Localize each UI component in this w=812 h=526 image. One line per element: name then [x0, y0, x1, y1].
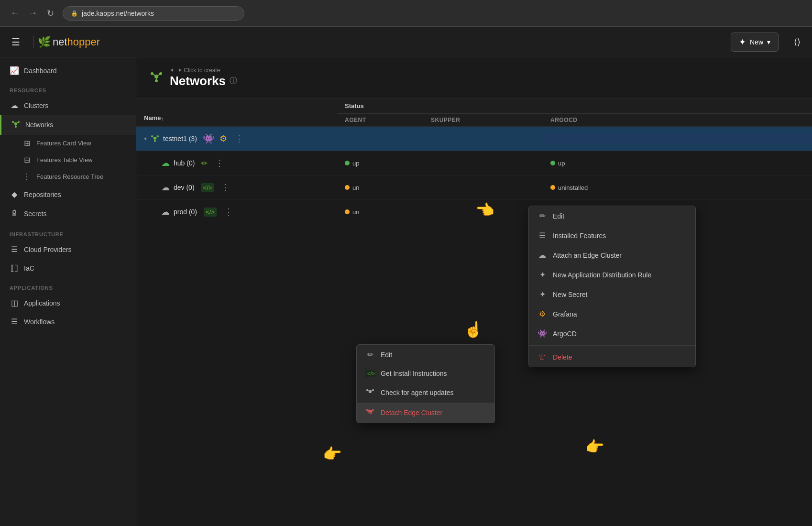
grafana-icon: ⚙: [538, 309, 547, 318]
hub-argocd-status: up: [543, 155, 812, 172]
sidebar-item-iac[interactable]: ⟦⟧ IaC: [0, 259, 136, 277]
menu-item-attach-cluster[interactable]: ☁ Attach an Edge Cluster: [529, 245, 695, 265]
col-header-agent: Agent: [337, 114, 423, 126]
prod-menu-trigger[interactable]: ⋮: [220, 205, 237, 219]
dev-argocd-dot: [550, 185, 555, 190]
workflows-icon: ☰: [10, 317, 19, 326]
info-icon[interactable]: ⓘ: [230, 76, 237, 86]
table-row[interactable]: ▾ testnet1 (3) 👾: [136, 127, 812, 151]
hub-argocd-text: up: [558, 160, 565, 167]
testnet1-error-icon: 👾: [203, 133, 215, 144]
table-header: Name ↑ Status Agent Skupper ArgoCD: [136, 99, 812, 127]
sidebar-item-features-card[interactable]: ⊞ Features Card View: [0, 135, 136, 152]
sidebar-section-resources: RESOURCES: [0, 80, 136, 96]
delete-icon: 🗑: [538, 353, 547, 362]
menu-item-delete[interactable]: 🗑 Delete: [529, 348, 695, 367]
new-star-icon: ✦: [739, 37, 746, 47]
share-button[interactable]: ⟨⟩: [790, 33, 804, 51]
menu-item-agent-updates[interactable]: Check for agent updates: [357, 383, 494, 403]
sidebar-item-repositories[interactable]: ◆ Repositories: [0, 185, 136, 204]
back-button[interactable]: ←: [8, 6, 22, 20]
sidebar-dashboard-label: Dashboard: [24, 67, 57, 75]
menu-item-edit-left[interactable]: ✏ Edit: [357, 345, 494, 364]
new-app-dist-label: New Application Distribution Rule: [553, 271, 651, 279]
menu-item-install[interactable]: </> Get Install Instructions: [357, 364, 494, 383]
table-row[interactable]: ☁ hub (0) ✏ ⋮ up up: [136, 151, 812, 175]
new-button[interactable]: ✦ New ▾: [731, 33, 779, 52]
dev-skupper-status: [423, 179, 543, 196]
testnet1-network-icon: [151, 134, 159, 144]
menu-item-detach[interactable]: Detach Edge Cluster: [357, 403, 494, 423]
edit-left-icon: ✏: [365, 350, 375, 359]
edit-right-label: Edit: [553, 212, 564, 220]
sidebar-iac-label: IaC: [24, 264, 34, 272]
dev-argocd-status: uninstalled: [543, 179, 812, 196]
grafana-label: Grafana: [553, 310, 577, 318]
dev-code-icon[interactable]: </>: [201, 183, 214, 192]
hub-agent-dot: [345, 161, 350, 165]
sidebar-item-workflows[interactable]: ☰ Workflows: [0, 312, 136, 331]
menu-item-new-secret[interactable]: ✦ New Secret: [529, 285, 695, 304]
sidebar-applications-label: Applications: [24, 299, 60, 307]
sidebar-item-cloud-providers[interactable]: ☰ Cloud Providers: [0, 240, 136, 259]
prod-code-icon[interactable]: </>: [204, 208, 217, 217]
new-button-label: New: [750, 38, 763, 46]
hamburger-menu-button[interactable]: ☰: [8, 33, 24, 52]
dev-agent-dot: [345, 185, 350, 190]
row-name-dev: ☁ dev (0) </> ⋮: [136, 175, 337, 199]
sidebar-item-applications[interactable]: ◫ Applications: [0, 294, 136, 312]
features-card-icon: ⊞: [22, 139, 32, 148]
table-row[interactable]: ☁ dev (0) </> ⋮ un uninstalled: [136, 175, 812, 200]
logo-hopper: hopper: [67, 36, 100, 48]
edit-right-icon: ✏: [538, 211, 547, 220]
sidebar-item-secrets[interactable]: Secrets: [0, 204, 136, 224]
menu-item-installed-features[interactable]: ☰ Installed Features: [529, 226, 695, 245]
cursor-hand-3: 👉: [323, 445, 342, 463]
hub-menu-trigger[interactable]: ⋮: [211, 156, 228, 170]
features-table-icon: ⊟: [22, 155, 32, 164]
page-header-text: ✦ ✦ Click to create Networks ⓘ: [170, 67, 237, 88]
dev-menu-trigger[interactable]: ⋮: [218, 180, 234, 195]
menu-item-argocd[interactable]: 👾 ArgoCD: [529, 324, 695, 343]
prod-skupper-status: [423, 204, 543, 220]
edit-left-label: Edit: [381, 351, 392, 359]
refresh-button[interactable]: ↻: [44, 6, 57, 21]
new-app-dist-icon: ✦: [538, 270, 547, 279]
expand-arrow-icon[interactable]: ▾: [144, 135, 147, 142]
menu-item-new-app-dist[interactable]: ✦ New Application Distribution Rule: [529, 265, 695, 285]
table-row[interactable]: ☁ prod (0) </> ⋮ un uninstalled: [136, 200, 812, 224]
sidebar-features-tree-label: Features Resource Tree: [36, 173, 103, 180]
sidebar-item-dashboard[interactable]: 📈 Dashboard: [0, 61, 136, 80]
attach-cluster-icon: ☁: [538, 251, 547, 260]
install-label: Get Install Instructions: [381, 370, 447, 377]
testnet1-argocd-status: [543, 134, 812, 143]
sort-arrow-icon[interactable]: ↑: [161, 116, 164, 121]
argocd-label: ArgoCD: [553, 330, 577, 338]
prod-name: prod (0): [174, 208, 197, 216]
menu-divider: [529, 345, 695, 346]
logo-text: nethopper: [53, 36, 100, 48]
iac-icon: ⟦⟧: [10, 263, 19, 273]
hub-status: up up: [337, 155, 812, 172]
menu-item-grafana[interactable]: ⚙ Grafana: [529, 304, 695, 324]
logo-net: net: [53, 36, 67, 48]
app-body: 📈 Dashboard RESOURCES ☁ Clusters Networ: [0, 57, 812, 526]
sidebar-item-clusters[interactable]: ☁ Clusters: [0, 96, 136, 115]
hub-edit-icon[interactable]: ✏: [201, 159, 208, 168]
col-header-name: Name ↑: [136, 99, 337, 126]
menu-item-edit-right[interactable]: ✏ Edit: [529, 206, 695, 226]
agent-updates-icon: [365, 388, 375, 397]
new-secret-icon: ✦: [538, 290, 547, 299]
address-bar[interactable]: 🔒 jade.kaops.net/networks: [63, 6, 244, 21]
testnet1-menu-trigger[interactable]: ⋮: [231, 132, 247, 146]
hub-cloud-icon: ☁: [161, 158, 170, 168]
cursor-hand-4: 👈: [586, 438, 605, 456]
dev-argocd-text: uninstalled: [558, 184, 588, 191]
page-header: ✦ ✦ Click to create Networks ⓘ: [136, 57, 812, 99]
cloud-providers-icon: ☰: [10, 245, 19, 254]
forward-button[interactable]: →: [26, 6, 40, 20]
svg-point-8: [13, 209, 15, 211]
sidebar-item-features-table[interactable]: ⊟ Features Table View: [0, 152, 136, 168]
sidebar-item-features-tree[interactable]: ⋮ Features Resource Tree: [0, 168, 136, 185]
sidebar-item-networks[interactable]: Networks: [0, 115, 136, 135]
